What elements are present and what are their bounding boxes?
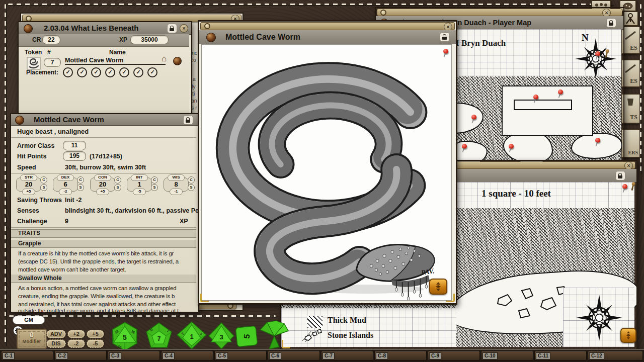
hotkey-label: C-3 (109, 352, 121, 359)
worm-token-icon[interactable] (27, 57, 41, 70)
token-orb-icon[interactable] (173, 57, 182, 65)
d12-die: 7 11 2 (146, 323, 172, 347)
hp-field[interactable]: 195 (63, 151, 86, 161)
identity-badge[interactable]: GM (13, 316, 45, 324)
hotkey-slot[interactable]: C-6 (268, 351, 320, 360)
hotkey-label: C-8 (376, 352, 388, 359)
window-menu-orb-icon[interactable] (24, 24, 33, 33)
wis-mod[interactable]: -1 (170, 189, 183, 195)
player-map-dragbar[interactable]: × (377, 9, 622, 16)
hp-label: Hit Points (17, 153, 46, 160)
hotkey-slot[interactable]: C-7 (321, 351, 373, 360)
map-pin-red-icon[interactable] (595, 51, 600, 56)
minus2-button[interactable]: -2 (67, 339, 85, 348)
challenge-label: Challenge (17, 218, 47, 225)
hotkey-slot[interactable]: C-11 (534, 351, 587, 360)
map-pin-brown-icon[interactable] (631, 184, 634, 191)
xp-field[interactable]: 35000 (130, 35, 169, 44)
con-mod[interactable]: +5 (96, 189, 109, 195)
hotkey-slot[interactable]: C-3 (108, 351, 160, 360)
hotkey-slot[interactable]: C-2 (54, 351, 107, 360)
ability-row: 20 STR +5 C S 6 DEX -2 C S 20 CON +5 C S… (11, 174, 196, 194)
token-count-field[interactable]: 7 (44, 58, 61, 67)
statblock-titlebar[interactable]: Mottled Cave Worm (11, 114, 198, 126)
hotkey-slot[interactable]: C-10 (481, 351, 533, 360)
close-icon[interactable]: × (180, 24, 188, 33)
window-menu-orb-icon[interactable] (15, 116, 24, 125)
dex-check-button[interactable]: C (77, 176, 84, 184)
house-icon[interactable]: ⌂ (162, 54, 167, 64)
ac-field[interactable]: 11 (63, 141, 86, 150)
image-window-dragbar[interactable]: × (200, 22, 455, 30)
placement-check-icon[interactable]: ✓ (147, 67, 157, 77)
lock-icon[interactable] (167, 24, 177, 33)
quill-icon (623, 29, 638, 41)
map-pin-red-icon[interactable] (509, 144, 514, 149)
window-menu-orb-icon[interactable] (206, 33, 216, 42)
hp-formula: (17d12+85) (90, 153, 122, 160)
map-resize-button[interactable] (620, 328, 636, 343)
image-canvas[interactable]: PAV. (201, 44, 452, 301)
map-pin-red-icon[interactable] (558, 89, 563, 95)
int-mod[interactable]: -5 (133, 189, 146, 195)
hotkey-slot[interactable]: C-4 (161, 351, 213, 360)
hotkey-label: C-5 (216, 352, 228, 359)
resize-icon (430, 280, 446, 294)
int-save-button[interactable]: S (151, 184, 158, 191)
placement-check-icon[interactable]: ✓ (133, 67, 143, 77)
image-pin-red-icon[interactable] (443, 49, 448, 54)
image-resize-button[interactable] (429, 279, 447, 295)
image-window: × Mottled Cave Worm (198, 20, 457, 305)
str-check-button[interactable]: C (40, 176, 47, 184)
map-pin-red-icon[interactable] (462, 144, 467, 149)
lock-icon[interactable] (440, 32, 450, 42)
plus2-button[interactable]: +2 (67, 330, 85, 338)
map-pin-red-icon[interactable] (595, 138, 600, 143)
modifier-box[interactable]: 0 Modifier (17, 329, 47, 349)
hotkey-slot[interactable]: C-5 (214, 351, 267, 360)
wis-save-button[interactable]: S (188, 184, 195, 191)
encounter-titlebar[interactable]: 2.03.04 What Lies Beneath × (19, 22, 191, 35)
placement-check-icon[interactable]: ✓ (91, 67, 101, 77)
legend-stones-label: Stone Islands (328, 331, 373, 340)
placement-label: Placement: (26, 69, 58, 76)
hotkey-slot[interactable]: C-1 (1, 351, 53, 360)
plus5-button[interactable]: +5 (87, 330, 104, 338)
con-save-button[interactable]: S (114, 184, 121, 191)
dex-mod[interactable]: -2 (59, 189, 72, 195)
dex-save-button[interactable]: S (77, 184, 84, 191)
sidebar-tab-label: ERS (628, 150, 638, 155)
artist-signature: PAV. (421, 267, 435, 277)
disadvantage-button[interactable]: DIS (46, 339, 66, 348)
token-name-link[interactable]: Mottled Cave Worm (65, 57, 166, 65)
hotkey-slot[interactable]: C-12 (588, 351, 643, 360)
legend-stones-icon (301, 328, 326, 343)
lock-icon[interactable] (606, 18, 616, 28)
cr-field[interactable]: 22 (42, 35, 60, 44)
str-mod[interactable]: +5 (22, 189, 35, 195)
con-check-button[interactable]: C (114, 176, 121, 184)
int-check-button[interactable]: C (151, 176, 158, 184)
placement-check-icon[interactable]: ✓ (77, 67, 87, 77)
toolbar-icon-character[interactable] (623, 11, 638, 26)
dex-label: DEX (57, 174, 74, 181)
wis-check-button[interactable]: C (188, 176, 195, 184)
map-pin-red-icon[interactable] (622, 184, 627, 189)
minus5-button[interactable]: -5 (87, 339, 104, 348)
lock-icon[interactable] (183, 115, 193, 125)
window-corner-decoration (200, 294, 209, 302)
str-save-button[interactable]: S (40, 184, 47, 191)
speed-value: 30ft, burrow 30ft, swim 30ft (65, 164, 146, 171)
placement-check-icon[interactable]: ✓ (119, 67, 129, 77)
map-pin-red-icon[interactable] (471, 115, 476, 120)
map-pin-red-icon[interactable] (533, 95, 538, 100)
advantage-button[interactable]: ADV (46, 330, 66, 338)
hotkey-slot[interactable]: C-8 (374, 351, 427, 360)
placement-check-icon[interactable]: ✓ (63, 67, 73, 77)
senses-label: Senses (17, 207, 39, 214)
hotkey-slot[interactable]: C-9 (428, 351, 480, 360)
image-window-titlebar[interactable]: Mottled Cave Worm (199, 30, 456, 44)
dice-tray[interactable]: 5 13 16 10 7 11 2 1 7 3 3 5 (107, 320, 293, 351)
lock-icon[interactable] (615, 171, 625, 180)
placement-check-icon[interactable]: ✓ (105, 67, 115, 77)
